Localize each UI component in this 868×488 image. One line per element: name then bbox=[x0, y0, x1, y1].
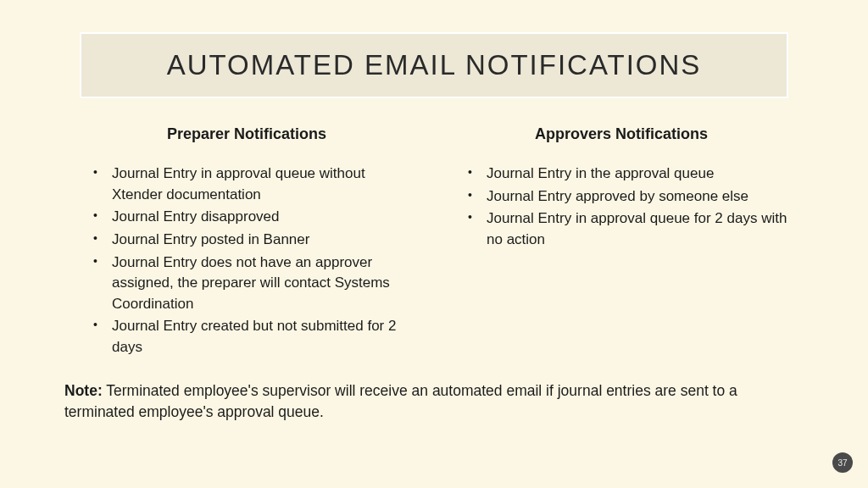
approvers-list: Journal Entry in the approval queue Jour… bbox=[451, 164, 792, 251]
slide-title: AUTOMATED EMAIL NOTIFICATIONS bbox=[90, 49, 778, 81]
slide-title-box: AUTOMATED EMAIL NOTIFICATIONS bbox=[80, 32, 788, 98]
list-item: Journal Entry approved by someone else bbox=[468, 186, 792, 208]
list-item: Journal Entry in approval queue without … bbox=[93, 164, 417, 205]
preparer-heading: Preparer Notifications bbox=[76, 125, 417, 143]
note-text: Terminated employee's supervisor will re… bbox=[64, 382, 737, 420]
preparer-list: Journal Entry in approval queue without … bbox=[76, 164, 417, 358]
list-item: Journal Entry disapproved bbox=[93, 207, 417, 228]
list-item: Journal Entry created but not submitted … bbox=[93, 316, 417, 358]
note-section: Note: Terminated employee's supervisor w… bbox=[0, 360, 868, 424]
list-item: Journal Entry in approval queue for 2 da… bbox=[468, 208, 792, 250]
page-number: 37 bbox=[837, 458, 847, 468]
approvers-column: Approvers Notifications Journal Entry in… bbox=[451, 125, 792, 360]
preparer-column: Preparer Notifications Journal Entry in … bbox=[76, 125, 417, 360]
note-label: Note: bbox=[64, 382, 103, 399]
list-item: Journal Entry posted in Banner bbox=[93, 230, 417, 251]
list-item: Journal Entry does not have an approver … bbox=[93, 252, 417, 315]
approvers-heading: Approvers Notifications bbox=[451, 125, 792, 143]
list-item: Journal Entry in the approval queue bbox=[468, 164, 792, 185]
page-number-badge: 37 bbox=[832, 452, 853, 473]
content-columns: Preparer Notifications Journal Entry in … bbox=[0, 98, 868, 360]
